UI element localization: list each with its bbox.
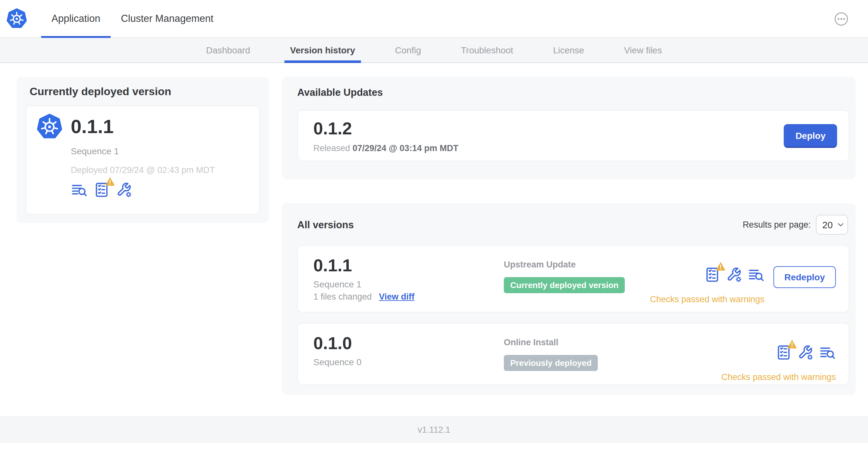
currently-deployed-version-card: Currently deployed version 0.1.1 Sequenc… bbox=[17, 77, 269, 223]
preflight-checks-icon-with-warning[interactable] bbox=[93, 181, 110, 198]
subnav-tab-view-files[interactable]: View files bbox=[618, 38, 668, 62]
row-version-number: 0.1.0 bbox=[313, 334, 504, 353]
subnav-tab-version-history-label: Version history bbox=[290, 45, 355, 55]
subnav-tab-view-files-label: View files bbox=[624, 45, 662, 55]
subnav-tab-config-label: Config bbox=[395, 45, 421, 55]
available-updates-card: Available Updates 0.1.2 Released 07/29/2… bbox=[282, 76, 856, 179]
tab-cluster-management[interactable]: Cluster Management bbox=[111, 0, 224, 37]
currently-deployed-badge: Currently deployed version bbox=[504, 277, 625, 293]
edit-config-icon[interactable] bbox=[797, 344, 814, 361]
subnav-tab-version-history[interactable]: Version history bbox=[284, 38, 361, 62]
results-per-page: Results per page: 20 bbox=[743, 215, 849, 235]
subnav-tab-license-label: License bbox=[553, 45, 584, 55]
row-sequence-label: Sequence 1 bbox=[313, 279, 504, 289]
warning-triangle-icon bbox=[105, 176, 115, 187]
subnav-tab-troubleshoot[interactable]: Troubleshoot bbox=[455, 38, 519, 62]
row-version-number: 0.1.1 bbox=[313, 256, 504, 275]
currently-deployed-title: Currently deployed version bbox=[30, 86, 260, 98]
view-logs-icon[interactable] bbox=[71, 181, 88, 198]
available-update-row: 0.1.2 Released 07/29/24 @ 03:14 pm MDT D… bbox=[297, 110, 849, 161]
row-sequence-label: Sequence 0 bbox=[313, 357, 504, 367]
right-column: Available Updates 0.1.2 Released 07/29/2… bbox=[282, 76, 856, 395]
version-row-0-1-0: 0.1.0 Sequence 0 Online Install Previous… bbox=[297, 323, 849, 385]
deployed-version-number: 0.1.1 bbox=[71, 116, 114, 138]
footer-bar: v1.112.1 bbox=[0, 416, 868, 443]
view-diff-link[interactable]: View diff bbox=[379, 292, 415, 302]
tab-application-label: Application bbox=[52, 13, 100, 25]
warning-triangle-icon bbox=[787, 339, 797, 349]
version-row-0-1-1: 0.1.1 Sequence 1 1 files changed View di… bbox=[297, 245, 849, 312]
released-date: 07/29/24 @ 03:14 pm MDT bbox=[352, 143, 459, 153]
view-logs-icon[interactable] bbox=[819, 344, 836, 361]
deployed-version-actions bbox=[71, 181, 249, 198]
warning-triangle-icon bbox=[715, 261, 726, 271]
all-versions-title: All versions bbox=[297, 219, 354, 231]
kots-admin-console: Application Cluster Management Dashboard… bbox=[0, 0, 868, 470]
deployed-timestamp: Deployed 07/29/24 @ 02:43 pm MDT bbox=[71, 165, 249, 175]
all-versions-card: All versions Results per page: 20 bbox=[282, 203, 856, 395]
update-version-number: 0.1.2 bbox=[313, 119, 459, 139]
update-released-line: Released 07/29/24 @ 03:14 pm MDT bbox=[313, 143, 459, 153]
subnav-tab-license[interactable]: License bbox=[547, 38, 590, 62]
subnav-tab-dashboard-label: Dashboard bbox=[206, 45, 250, 55]
row-action-icons bbox=[775, 344, 836, 361]
results-per-page-label: Results per page: bbox=[743, 220, 811, 230]
available-updates-title: Available Updates bbox=[297, 87, 849, 98]
files-changed-label: 1 files changed bbox=[313, 292, 372, 302]
preflight-checks-icon-with-warning[interactable] bbox=[704, 266, 721, 283]
previously-deployed-badge: Previously deployed bbox=[504, 355, 598, 371]
deployed-sequence-label: Sequence 1 bbox=[71, 146, 249, 156]
subnav-tab-config[interactable]: Config bbox=[389, 38, 427, 62]
ellipsis-menu-icon[interactable] bbox=[834, 11, 849, 26]
view-logs-icon[interactable] bbox=[748, 266, 765, 283]
preflight-checks-icon-with-warning[interactable] bbox=[775, 344, 792, 361]
app-subnav: Dashboard Version history Config Trouble… bbox=[0, 38, 868, 63]
row-action-icons bbox=[704, 266, 765, 283]
subnav-tab-dashboard[interactable]: Dashboard bbox=[200, 38, 256, 62]
console-version-label: v1.112.1 bbox=[417, 425, 451, 434]
results-per-page-select[interactable]: 20 bbox=[816, 215, 848, 235]
top-navbar: Application Cluster Management bbox=[0, 0, 868, 38]
version-history-page: Currently deployed version 0.1.1 Sequenc… bbox=[0, 63, 868, 443]
released-label: Released bbox=[313, 143, 350, 153]
deploy-button[interactable]: Deploy bbox=[784, 124, 837, 147]
row-source-label: Upstream Update bbox=[504, 260, 625, 269]
preflight-status-text: Checks passed with warnings bbox=[721, 372, 836, 382]
redeploy-button[interactable]: Redeploy bbox=[773, 266, 836, 288]
tab-cluster-management-label: Cluster Management bbox=[121, 13, 214, 25]
edit-config-icon[interactable] bbox=[726, 266, 743, 283]
kubernetes-logo-icon bbox=[6, 8, 27, 29]
row-source-label: Online Install bbox=[504, 338, 598, 347]
tab-application[interactable]: Application bbox=[41, 0, 111, 37]
edit-config-icon[interactable] bbox=[116, 181, 132, 198]
subnav-tab-troubleshoot-label: Troubleshoot bbox=[461, 45, 513, 55]
currently-deployed-version-body: 0.1.1 Sequence 1 Deployed 07/29/24 @ 02:… bbox=[26, 105, 260, 215]
app-kubernetes-logo-icon bbox=[37, 114, 62, 139]
preflight-status-text: Checks passed with warnings bbox=[650, 295, 765, 304]
